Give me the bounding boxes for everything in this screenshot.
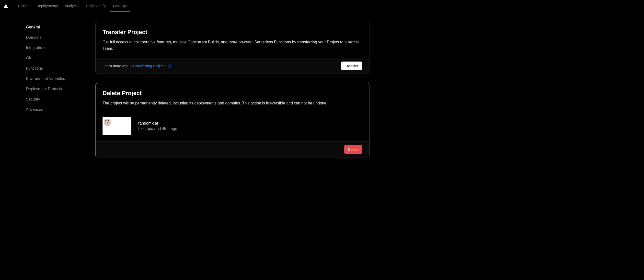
delete-card-body: Delete Project The project will be perma… — [96, 83, 369, 142]
nav-tab-analytics[interactable]: Analytics — [61, 0, 83, 12]
sidebar-item-advanced[interactable]: Advanced — [26, 104, 86, 115]
delete-card-title: Delete Project — [102, 90, 362, 97]
project-info: random-cat Last updated 45m ago — [138, 121, 177, 131]
main-content: Transfer Project Get full access to coll… — [96, 22, 370, 158]
transfer-project-card: Transfer Project Get full access to coll… — [96, 22, 370, 74]
sidebar-item-domains[interactable]: Domains — [26, 32, 86, 43]
sidebar-item-integrations[interactable]: Integrations — [26, 43, 86, 53]
external-link-icon — [168, 64, 171, 68]
learn-more-prefix: Learn more about — [102, 64, 132, 68]
transfer-button[interactable]: Transfer — [341, 62, 362, 70]
content: General Domains Integrations Git Functio… — [0, 12, 382, 167]
delete-project-card: Delete Project The project will be perma… — [96, 83, 370, 158]
delete-card-description: The project will be permanently deleted,… — [102, 100, 362, 106]
project-name: random-cat — [138, 121, 177, 125]
nav-tab-deployments[interactable]: Deployments — [33, 0, 62, 12]
triangle-icon — [4, 4, 8, 8]
project-last-updated: Last updated 45m ago — [138, 126, 177, 131]
transfer-card-title: Transfer Project — [102, 29, 362, 36]
project-thumbnail — [102, 117, 132, 135]
settings-sidebar: General Domains Integrations Git Functio… — [12, 22, 86, 158]
nav-tab-settings[interactable]: Settings — [110, 0, 130, 12]
nav-tabs: Project Deployments Analytics Edge Confi… — [15, 0, 130, 12]
vercel-logo[interactable] — [3, 3, 9, 9]
sidebar-item-security[interactable]: Security — [26, 94, 86, 104]
cat-image-icon — [102, 117, 112, 127]
transfer-card-body: Transfer Project Get full access to coll… — [96, 22, 369, 58]
transfer-footer-text: Learn more about Transferring Projects — [102, 64, 171, 68]
transfer-card-description: Get full access to collaborative feature… — [102, 39, 362, 52]
nav-tab-edge-config[interactable]: Edge Config — [83, 0, 110, 12]
nav-tab-project[interactable]: Project — [15, 0, 33, 12]
sidebar-item-git[interactable]: Git — [26, 53, 86, 63]
sidebar-item-deployment-protection[interactable]: Deployment Protection — [26, 84, 86, 94]
delete-card-footer: Delete — [96, 142, 369, 157]
transferring-projects-link[interactable]: Transferring Projects — [132, 64, 172, 68]
sidebar-item-functions[interactable]: Functions — [26, 63, 86, 74]
project-summary: random-cat Last updated 45m ago — [102, 117, 362, 135]
transfer-card-footer: Learn more about Transferring Projects T… — [96, 58, 369, 74]
sidebar-item-general[interactable]: General — [26, 22, 86, 32]
top-navigation: Project Deployments Analytics Edge Confi… — [0, 0, 644, 12]
delete-button[interactable]: Delete — [344, 145, 362, 154]
sidebar-item-environment-variables[interactable]: Environment Variables — [26, 74, 86, 84]
svg-line-0 — [169, 64, 171, 66]
link-text: Transferring Projects — [132, 64, 167, 68]
